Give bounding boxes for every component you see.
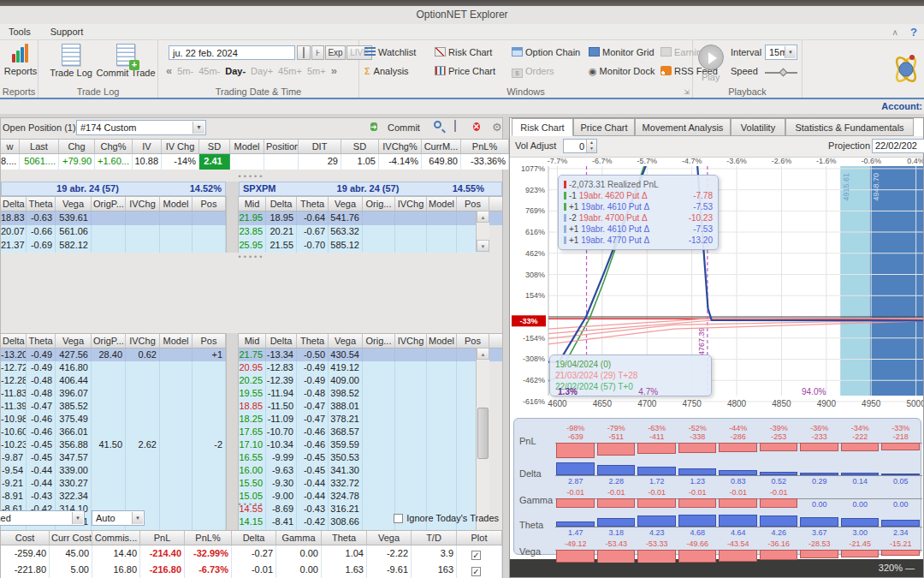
cell: +79.90 — [59, 154, 95, 170]
nav-5m-back[interactable]: 5m- — [177, 66, 193, 76]
tab-movement-analysis[interactable]: Movement Analysis — [635, 118, 731, 136]
scrollbar[interactable]: ▲▼ — [476, 211, 489, 252]
totals-row[interactable]: -221.805.0016.80-216.80-6.73%-0.010.001.… — [1, 562, 502, 578]
chain-row[interactable]: -12.72-0.49416.80 — [1, 361, 226, 374]
spinner-arrows-icon[interactable]: ▲▼ — [586, 140, 596, 152]
vol-adjust-spinner[interactable]: 0▲▼ — [563, 139, 597, 153]
position-select[interactable]: #174 Custom▼ — [76, 120, 206, 135]
chain-row[interactable]: -9.21-0.44330.27 — [1, 477, 226, 490]
tab-statistics[interactable]: Statistics & Fundamentals — [785, 118, 914, 136]
chain-row[interactable]: 21.9518.95-0.64541.76 — [239, 212, 502, 225]
nav-45m-back[interactable]: 45m- — [198, 66, 220, 76]
nav-45m-fwd[interactable]: 45m+ — [278, 66, 302, 76]
orders-button[interactable]: $Orders — [512, 63, 554, 79]
splitter-handle[interactable]: ••••• — [1, 173, 502, 180]
cell — [395, 426, 427, 438]
chain-row[interactable]: 15.50-9.30-0.44332.72 — [239, 477, 502, 490]
risk-chart[interactable]: 4767.394915.614948.70-7.7%-6.7%-5.7%-4.7… — [510, 158, 923, 414]
chain-row[interactable]: 19.55-11.94-0.48398.52 — [239, 387, 502, 400]
chain-row[interactable]: 18.83-0.63539.61 — [1, 212, 226, 225]
chain-row[interactable]: 16.00-9.63-0.45341.30 — [239, 464, 502, 477]
chain-row[interactable]: 17.65-10.70-0.46368.57 — [239, 426, 502, 438]
chain-header: MidDeltaThetaVegaOrig...IVChgModelPos — [239, 333, 502, 349]
scroll-down-icon[interactable]: ▼ — [477, 240, 489, 252]
time-step-button[interactable]: ⊦ — [311, 45, 324, 60]
totals-row[interactable]: -259.4045.0014.40-214.40-32.99%-0.270.00… — [1, 545, 502, 562]
chain-row[interactable]: 18.25-11.09-0.47378.21 — [239, 413, 502, 426]
interval-select[interactable]: 15m▼ — [765, 45, 797, 60]
chain-row[interactable]: -13.20-0.49427.5628.400.62+1 — [1, 349, 226, 361]
commit-label[interactable]: Commit — [388, 122, 420, 133]
chain-row[interactable]: 17.10-10.34-0.46359.59 — [239, 438, 502, 451]
speed-slider[interactable] — [765, 72, 797, 74]
help-icon[interactable]: ? — [910, 26, 917, 39]
dialog-launcher-icon[interactable]: ⇲ — [684, 88, 690, 96]
chain-row[interactable]: 20.25-12.39-0.49409.00 — [239, 374, 502, 387]
position-row[interactable]: 291.05-4.14%649.80-33.36% — [299, 154, 509, 170]
trading-date-input[interactable]: ju. 22 feb. 2024 — [169, 45, 295, 60]
chain-row[interactable]: 21.37-0.69582.12 — [1, 239, 226, 253]
chain-row[interactable]: 18.85-11.50-0.47388.01 — [239, 400, 502, 413]
slider-knob[interactable] — [779, 69, 788, 77]
chain-row[interactable]: -9.87-0.45347.57 — [1, 451, 226, 464]
collapse-ribbon-icon[interactable]: ˄ — [892, 28, 897, 38]
tab-risk-chart[interactable]: Risk Chart — [512, 118, 573, 136]
risk-chart-button[interactable]: Risk Chart — [435, 45, 492, 60]
chain-row[interactable]: -10.60-0.46366.01 — [1, 426, 226, 438]
chain-row[interactable]: -11.39-0.47385.52 — [1, 400, 226, 413]
chain-row[interactable]: 20.95-12.83-0.49419.12 — [239, 361, 502, 374]
export-icon[interactable] — [454, 121, 467, 134]
monitor-grid-button[interactable]: Monitor Grid — [589, 45, 654, 60]
search-icon[interactable] — [434, 121, 447, 134]
watchlist-button[interactable]: Watchlist — [364, 45, 416, 60]
position-row[interactable]: 8....5061....+79.90+1.60...10.88-14%2.41 — [1, 154, 299, 170]
plot-checkbox[interactable] — [471, 567, 481, 576]
chain-row[interactable]: 25.9521.55-0.70585.12 — [239, 239, 502, 253]
commit-trade-button[interactable]: Commit Trade — [95, 44, 157, 78]
rewind-icon[interactable]: « — [166, 64, 172, 77]
nav-day-back[interactable]: Day- — [225, 66, 246, 76]
ignore-trades-checkbox[interactable]: Ignore Today's Trades — [394, 513, 499, 523]
chain-row[interactable]: 20.07-0.66561.06 — [1, 225, 226, 239]
zoom-minus-icon[interactable]: — — [905, 563, 915, 573]
chain-row[interactable]: 16.55-9.99-0.45350.53 — [239, 451, 502, 464]
commit-icon[interactable]: ➜ — [370, 121, 383, 134]
close-position-icon[interactable]: ✕ — [473, 121, 486, 134]
chain-row[interactable]: 21.75-13.34-0.50430.54 — [239, 349, 502, 361]
plot-checkbox[interactable] — [471, 551, 481, 560]
cell — [363, 349, 395, 361]
splitter-handle[interactable]: ••••• — [1, 501, 502, 508]
analysis-button[interactable]: ΣAnalysis — [364, 63, 409, 79]
chain-row[interactable]: -9.54-0.44339.00 — [1, 464, 226, 477]
tab-volatility[interactable]: Volatility — [731, 118, 785, 136]
chain-row[interactable]: 23.8520.21-0.67563.32 — [239, 225, 502, 239]
scroll-up-icon[interactable]: ▲ — [477, 348, 489, 360]
nav-5m-fwd[interactable]: 5m+ — [307, 66, 326, 76]
gear-icon[interactable]: ⚙ — [492, 121, 505, 134]
trade-log-button[interactable]: Trade Log — [47, 44, 95, 78]
exp-button[interactable]: Exp — [325, 45, 346, 60]
auto-select[interactable]: Auto▼ — [92, 510, 145, 526]
fast-forward-icon[interactable]: » — [331, 64, 337, 77]
cell: Mid — [239, 197, 266, 211]
menu-tools[interactable]: Tools — [0, 24, 39, 39]
scroll-up-icon[interactable]: ▲ — [477, 211, 489, 223]
play-button[interactable] — [698, 45, 724, 70]
menu-support[interactable]: Support — [42, 24, 92, 39]
reports-button[interactable]: Reports — [3, 44, 38, 76]
price-chart-button[interactable]: Price Chart — [435, 63, 495, 79]
tab-price-chart[interactable]: Price Chart — [573, 118, 635, 136]
monitor-dock-button[interactable]: ◉Monitor Dock — [589, 63, 654, 79]
combined-select[interactable]: ined▼ — [0, 510, 85, 526]
projection-date-input[interactable]: 22/02/202 — [872, 139, 924, 153]
option-chain-button[interactable]: Option Chain — [512, 45, 580, 60]
chain-row[interactable]: -12.28-0.48406.44 — [1, 374, 226, 387]
chain-row[interactable]: -10.98-0.46375.49 — [1, 413, 226, 426]
chain-row[interactable]: -10.23-0.45356.8841.502.62-2 — [1, 438, 226, 451]
nav-day-fwd[interactable]: Day+ — [251, 66, 273, 76]
splitter-handle[interactable]: ••••• — [1, 253, 502, 260]
cell: -9.21 — [1, 477, 27, 490]
chain-row[interactable]: -11.83-0.48396.07 — [1, 387, 226, 400]
calendar-button[interactable] — [297, 45, 311, 60]
scroll-thumb[interactable] — [477, 408, 489, 459]
